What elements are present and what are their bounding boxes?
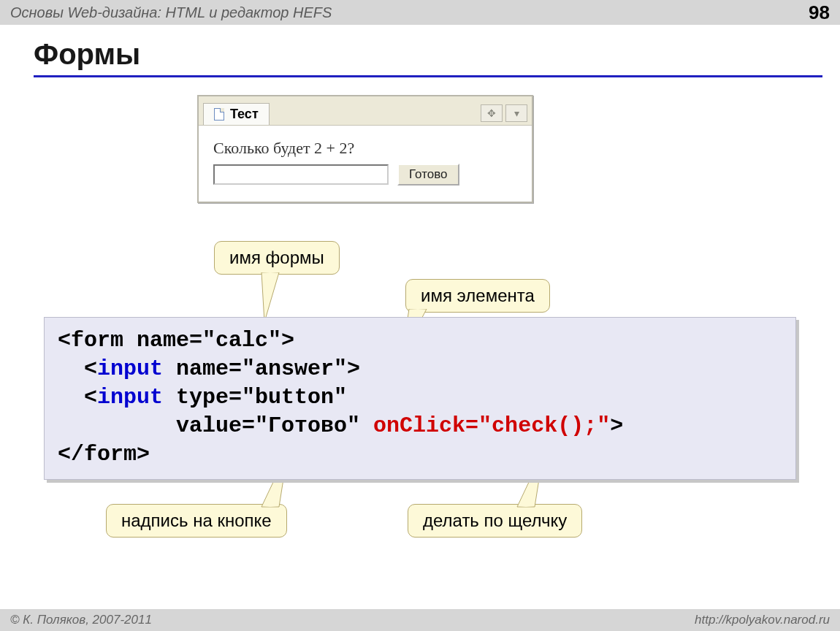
question-text: Сколько будет 2 + 2? — [213, 139, 517, 158]
title-underline — [34, 75, 822, 77]
callout-tail — [248, 272, 292, 324]
callout-element-name: имя элемента — [405, 279, 550, 313]
code-line-3: <input type="button" — [58, 383, 782, 412]
header-bar: Основы Web-дизайна: HTML и редактор HEFS… — [0, 0, 840, 25]
example-window: Тест ✥ ▾ Сколько будет 2 + 2? Готово — [197, 95, 533, 203]
code-line-4: value="Готово" onClick="check();"> — [58, 412, 782, 440]
window-dropdown-button[interactable]: ▾ — [505, 104, 527, 122]
code-line-2: <input name="answer"> — [58, 355, 782, 383]
callout-form-name: имя формы — [214, 241, 340, 275]
slide-title: Формы — [34, 38, 840, 71]
window-stick-button[interactable]: ✥ — [481, 104, 503, 122]
ready-button[interactable]: Готово — [397, 164, 459, 186]
code-line-5: </form> — [58, 440, 782, 469]
header-title: Основы Web-дизайна: HTML и редактор HEFS — [10, 4, 332, 21]
callout-button-caption: надпись на кнопке — [106, 504, 287, 538]
window-tabbar: Тест ✥ ▾ — [199, 96, 532, 126]
footer-copyright: © К. Поляков, 2007-2011 — [10, 613, 152, 627]
footer-url: http://kpolyakov.narod.ru — [695, 613, 830, 627]
footer-bar: © К. Поляков, 2007-2011 http://kpolyakov… — [0, 609, 840, 631]
answer-input[interactable] — [213, 164, 389, 185]
window-body: Сколько будет 2 + 2? Готово — [199, 126, 532, 202]
svg-marker-0 — [261, 272, 279, 322]
page-number: 98 — [809, 1, 830, 24]
window-tab[interactable]: Тест — [203, 103, 270, 125]
callout-onclick-action: делать по щелчку — [408, 504, 582, 538]
code-line-1: <form name="calc"> — [58, 326, 782, 355]
code-block: <form name="calc"> <input name="answer">… — [44, 317, 796, 480]
document-icon — [214, 108, 224, 121]
tab-label: Тест — [230, 107, 259, 122]
